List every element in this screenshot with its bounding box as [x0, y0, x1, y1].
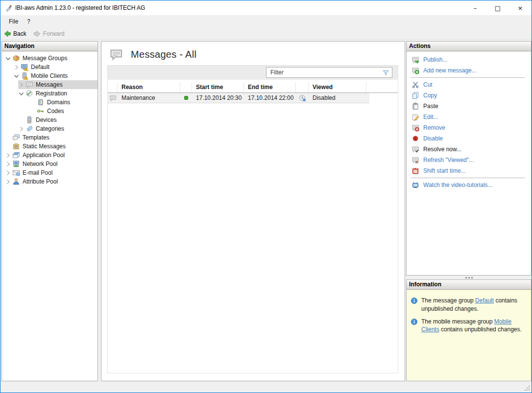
- info-item-default: The message group Default contains unpub…: [411, 297, 527, 313]
- chevron-right-icon[interactable]: [5, 152, 11, 159]
- tree-label: Devices: [36, 116, 58, 124]
- tree-item-network-pool[interactable]: Network Pool: [5, 160, 97, 168]
- info-text-before: The mobile message group: [421, 318, 494, 325]
- expander-spacer: [5, 135, 11, 141]
- resolve-now-action[interactable]: Resolve now...: [407, 144, 531, 155]
- tree-item-codes[interactable]: Codes: [29, 107, 97, 116]
- close-button[interactable]: ×: [509, 0, 532, 15]
- workspace: Navigation Message Groups Default Mobile…: [0, 40, 532, 382]
- refresh-bars-icon: [411, 156, 419, 164]
- person-icon: [12, 178, 20, 185]
- tree-label: Attribute Pool: [23, 178, 59, 186]
- column-row-icon[interactable]: [108, 82, 118, 92]
- action-label: Remove: [423, 124, 445, 131]
- panel-splitter-handle[interactable]: [406, 276, 532, 279]
- column-end-time[interactable]: End time: [244, 82, 296, 92]
- cell-reason: Maintenance: [118, 94, 180, 101]
- maximize-button[interactable]: □: [486, 0, 509, 15]
- column-viewed-icon[interactable]: [296, 82, 309, 92]
- publish-action[interactable]: Publish...: [407, 54, 531, 65]
- add-new-message-action[interactable]: Add new message...: [407, 65, 531, 76]
- tree-item-static-messages[interactable]: Static Messages: [5, 142, 97, 151]
- tree-label: Network Pool: [23, 160, 59, 168]
- chevron-right-icon[interactable]: [5, 179, 11, 185]
- chevron-right-icon[interactable]: [5, 161, 11, 167]
- red-dot-icon: [411, 135, 419, 142]
- tree-item-messages[interactable]: Messages: [18, 80, 97, 89]
- chevron-down-icon[interactable]: [5, 55, 11, 62]
- watch-video-tutorials-action[interactable]: Watch the video-tutorials...: [407, 180, 531, 190]
- action-label: Edit...: [423, 114, 438, 120]
- publish-icon: [411, 56, 419, 64]
- filter-input[interactable]: [266, 69, 382, 76]
- column-reason[interactable]: Reason: [118, 82, 180, 92]
- cell-end-time: 17.10.2014 22:00: [244, 94, 296, 101]
- phone-warning-icon: [21, 72, 28, 80]
- column-viewed[interactable]: Viewed: [309, 82, 366, 92]
- page-header: Messages - All: [101, 42, 405, 61]
- minimize-button[interactable]: –: [464, 0, 486, 15]
- chevron-right-icon[interactable]: [18, 82, 24, 88]
- row-message-icon: [108, 94, 118, 102]
- cut-action[interactable]: Cut: [407, 79, 531, 90]
- active-status-icon: [180, 96, 192, 100]
- tree-item-mobile-clients[interactable]: Mobile Clients: [13, 71, 97, 80]
- expander-spacer: [29, 108, 36, 115]
- copy-action[interactable]: Copy: [407, 90, 531, 101]
- tree-label: Registration: [36, 90, 69, 98]
- action-label: Cut: [423, 81, 433, 88]
- expander-spacer: [18, 117, 24, 123]
- messages-page-icon: [109, 47, 123, 61]
- tree-item-registration[interactable]: Registration: [18, 89, 97, 98]
- tree-item-categories[interactable]: Categories: [18, 124, 97, 133]
- menu-file[interactable]: File: [4, 17, 23, 26]
- back-button[interactable]: Back: [3, 30, 26, 38]
- resize-grip[interactable]: [524, 385, 531, 392]
- tree-label: Mobile Clients: [31, 72, 69, 80]
- action-label: Copy: [423, 92, 437, 99]
- chevron-down-icon[interactable]: [13, 73, 20, 79]
- column-status[interactable]: [180, 82, 192, 92]
- server-icon: [37, 98, 45, 106]
- shift-start-time-action[interactable]: Shift start time...: [407, 165, 531, 176]
- tree-item-email-pool[interactable]: E-mail Pool: [5, 168, 97, 177]
- tree-item-default[interactable]: Default: [13, 63, 97, 71]
- remove-action[interactable]: Remove: [407, 122, 531, 133]
- chevron-right-icon[interactable]: [13, 64, 20, 70]
- envelope-icon: [12, 169, 20, 177]
- tree-item-application-pool[interactable]: Application Pool: [5, 151, 97, 160]
- disable-action[interactable]: Disable: [407, 133, 531, 144]
- info-text-after: contains unpublished changes.: [439, 326, 522, 333]
- menu-help[interactable]: ?: [23, 17, 35, 26]
- edit-action[interactable]: Edit...: [407, 112, 531, 122]
- chevron-right-icon[interactable]: [18, 126, 24, 132]
- tv-icon: [411, 181, 419, 189]
- default-group-link[interactable]: Default: [475, 297, 494, 304]
- tree-label: Default: [31, 63, 51, 71]
- expander-spacer: [29, 99, 36, 106]
- filter-field[interactable]: [266, 67, 392, 78]
- message-bubble-icon: [25, 81, 33, 89]
- tree-item-domains[interactable]: Domains: [29, 98, 97, 107]
- information-panel-header: Information: [407, 280, 531, 290]
- forward-label: Forward: [43, 30, 65, 37]
- forward-button[interactable]: Forward: [33, 30, 65, 38]
- monitor-warning-icon: [21, 63, 28, 71]
- tree-item-templates[interactable]: Templates: [5, 133, 97, 142]
- status-bar: [0, 382, 532, 393]
- paste-action[interactable]: Paste: [407, 101, 531, 112]
- calendar-icon: [411, 167, 419, 175]
- tree-item-attribute-pool[interactable]: Attribute Pool: [5, 177, 97, 186]
- chevron-right-icon[interactable]: [5, 170, 11, 176]
- actions-divider: [411, 178, 525, 178]
- menu-bar: File ?: [0, 15, 532, 27]
- table-row[interactable]: Maintenance 17.10.2014 20:30 17.10.2014 …: [108, 93, 369, 103]
- tree-label: Codes: [47, 107, 66, 116]
- tree-item-message-groups[interactable]: Message Groups: [5, 54, 97, 63]
- column-start-time[interactable]: Start time: [192, 82, 244, 92]
- tree-item-devices[interactable]: Devices: [18, 116, 97, 124]
- filter-funnel-icon[interactable]: [382, 69, 389, 76]
- chevron-down-icon[interactable]: [18, 91, 24, 97]
- refresh-viewed-action[interactable]: Refresh "Viewed"...: [407, 155, 531, 165]
- information-panel: Information The message group Default co…: [406, 279, 532, 381]
